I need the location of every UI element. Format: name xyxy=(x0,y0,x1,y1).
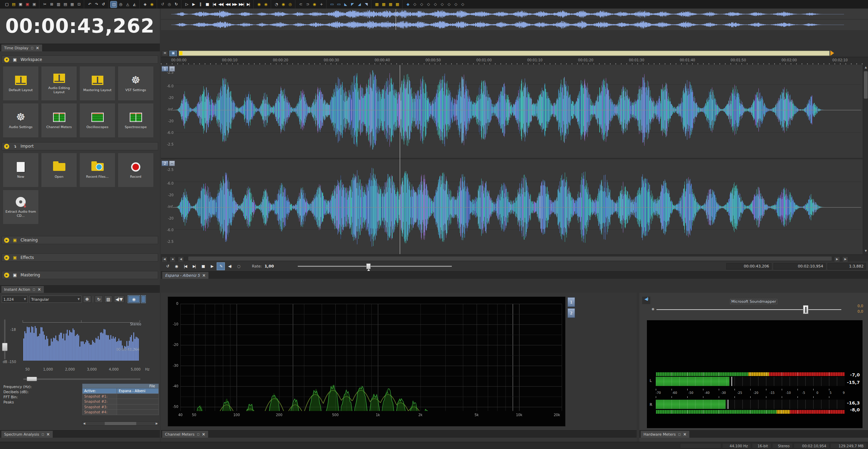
marker-insert-icon[interactable]: ◉ xyxy=(256,1,262,8)
overview-waveform[interactable] xyxy=(161,9,868,30)
center-cursor-icon[interactable]: + xyxy=(318,1,324,8)
scroll-up-icon[interactable]: ▲ xyxy=(863,66,868,69)
channel-2-button[interactable]: 2 xyxy=(567,308,575,318)
tile-channel-meters[interactable]: Channel Meters xyxy=(41,103,77,137)
device-name[interactable]: Microsoft Soundmapper xyxy=(639,298,868,304)
snapshot-button[interactable]: ▧ xyxy=(104,296,112,303)
pause-icon[interactable]: ∥ xyxy=(197,1,203,8)
snapshot-table-scrollbar[interactable]: ◀ ▶ xyxy=(82,421,159,426)
spectrum-vslider-thumb[interactable] xyxy=(2,343,8,351)
fft-size-select[interactable]: 1,024▼ xyxy=(2,296,28,303)
section-header-workspace[interactable]: ▼▣Workspace xyxy=(2,55,158,64)
table-row[interactable]: Snapshot #3: xyxy=(82,404,159,410)
lock-markers-icon[interactable]: ▩ xyxy=(394,1,400,8)
region-insert-icon[interactable]: ◉ xyxy=(263,1,269,8)
close-icon[interactable]: × xyxy=(47,432,50,437)
spectrum-hslider-track[interactable] xyxy=(23,378,140,380)
chevron-right-icon[interactable]: ▶ xyxy=(4,273,9,278)
tile-recent-files[interactable]: Recent Files... xyxy=(80,153,115,187)
scroll-left-icon[interactable]: ◀ xyxy=(162,257,167,262)
paste-icon[interactable]: ▥ xyxy=(55,1,61,8)
main-waveform[interactable] xyxy=(161,65,863,254)
settings-button[interactable]: ☸ xyxy=(83,296,91,303)
rate-slider-track[interactable] xyxy=(298,266,452,267)
tab-time-display[interactable]: Time Display◻× xyxy=(1,44,42,51)
go-to-end-button[interactable]: ▶| xyxy=(190,263,198,270)
tab-hardware-meters[interactable]: Hardware Meters◻× xyxy=(640,431,690,438)
tool-envelope-icon[interactable]: ◢ xyxy=(356,1,362,8)
float-icon[interactable]: ◻ xyxy=(41,433,44,436)
scroll-left2-icon[interactable]: ◀ xyxy=(178,257,184,262)
volume-slider-track[interactable] xyxy=(656,309,841,310)
redo-icon[interactable]: ↷ xyxy=(93,1,99,8)
find-tool-icon[interactable]: ◎ xyxy=(117,1,124,8)
tool-select-icon[interactable]: ▭ xyxy=(335,1,342,8)
window-type-select[interactable]: Triangular▼ xyxy=(29,296,81,303)
table-row[interactable]: Snapshot #4: xyxy=(82,410,159,415)
close-icon[interactable]: × xyxy=(202,432,205,437)
channel-select-1[interactable]: 1 xyxy=(162,66,168,72)
float-icon[interactable]: ◻ xyxy=(678,433,680,436)
close-icon[interactable]: × xyxy=(38,287,41,292)
repeat-icon[interactable]: ↺ xyxy=(100,1,106,8)
tile-spectroscope[interactable]: Spectroscope xyxy=(118,103,153,137)
tool-pencil-icon[interactable]: ◤ xyxy=(349,1,355,8)
section-header-mastering[interactable]: ▶▣Mastering xyxy=(2,271,158,279)
tab-spectrum-analysis[interactable]: Spectrum Analysis◻× xyxy=(1,431,53,438)
rewind-icon[interactable]: ◀◀ xyxy=(225,1,231,8)
paste-special-icon[interactable]: ▤ xyxy=(62,1,68,8)
save-icon[interactable]: ▣ xyxy=(17,1,23,8)
trim-crop-icon[interactable]: ⊡ xyxy=(76,1,82,8)
rewind-fast-icon[interactable]: ◀◀| xyxy=(218,1,224,8)
scrollbar-thumb[interactable] xyxy=(105,422,136,425)
table-row[interactable]: Snapshot #2: xyxy=(82,399,159,404)
event-tool-icon[interactable]: ▣ xyxy=(169,51,177,56)
record-button[interactable]: ◉ xyxy=(173,263,180,270)
mix-preview-icon[interactable]: ◫ xyxy=(111,1,117,8)
channel-meters-spectrum[interactable] xyxy=(168,297,565,426)
tile-mastering-layout[interactable]: Mastering Layout xyxy=(80,66,115,100)
play-button[interactable]: ▶ xyxy=(208,263,216,270)
script-3-icon[interactable]: ◇ xyxy=(418,1,424,8)
new-file-icon[interactable]: ▢ xyxy=(3,1,10,8)
undo-icon[interactable]: ↶ xyxy=(86,1,92,8)
stop-button[interactable]: ■ xyxy=(199,263,207,270)
overview-playhead[interactable] xyxy=(396,9,396,30)
script-8-icon[interactable]: ◇ xyxy=(452,1,459,8)
tab-document[interactable]: Espana - Albeniz 5× xyxy=(162,272,209,279)
play-icon[interactable]: ▶ xyxy=(190,1,196,8)
play-device-icon[interactable]: ◎ xyxy=(166,1,172,8)
forward-icon[interactable]: ▶▶ xyxy=(231,1,238,8)
table-row-active[interactable]: Active:Espana - Albeni xyxy=(82,388,159,394)
tile-new[interactable]: New xyxy=(3,153,38,187)
save-all-icon[interactable]: ▣ xyxy=(31,1,37,8)
overview-scrollbar[interactable] xyxy=(179,51,830,56)
hscrollbar-thumb[interactable] xyxy=(188,257,832,261)
chevron-down-icon[interactable]: ▼ xyxy=(4,57,9,62)
freeze-button[interactable] xyxy=(141,296,145,303)
channel-select-2[interactable]: 2 xyxy=(162,161,168,166)
script-2-icon[interactable]: ◇ xyxy=(411,1,418,8)
script-6-icon[interactable]: ◇ xyxy=(439,1,445,8)
chevron-right-icon[interactable]: ▶ xyxy=(4,255,9,260)
monitor-button[interactable]: ◀)▼ xyxy=(114,296,124,303)
open-file-icon[interactable]: ▤ xyxy=(10,1,16,8)
close-icon[interactable]: × xyxy=(683,432,687,437)
script-7-icon[interactable]: ◇ xyxy=(446,1,452,8)
chevron-down-icon[interactable]: ▼ xyxy=(4,144,9,149)
tool-zoom-icon[interactable]: ◣ xyxy=(342,1,348,8)
record-remote-icon[interactable]: ◉ xyxy=(311,1,317,8)
cut-icon[interactable]: ✂ xyxy=(41,1,48,8)
audition-button[interactable]: ◀) xyxy=(226,263,233,270)
tile-audio-settings[interactable]: ☸Audio Settings xyxy=(3,103,38,137)
channel-1-button[interactable]: 1 xyxy=(567,297,575,307)
table-row[interactable]: Snapshot #1: xyxy=(82,394,159,399)
tile-vst-settings[interactable]: ☸VST Settings xyxy=(118,66,153,100)
scroll-right2-icon[interactable]: ▶ xyxy=(842,257,848,262)
edit-tool-button[interactable]: ✎ xyxy=(217,263,225,270)
section-header-import[interactable]: ▼↴Import xyxy=(2,142,158,150)
tool-event-icon[interactable]: ◥ xyxy=(363,1,369,8)
statistics-icon[interactable]: ◬ xyxy=(124,1,130,8)
spectrum-hslider-thumb[interactable] xyxy=(27,377,37,381)
rate-slider-thumb[interactable] xyxy=(366,263,371,269)
